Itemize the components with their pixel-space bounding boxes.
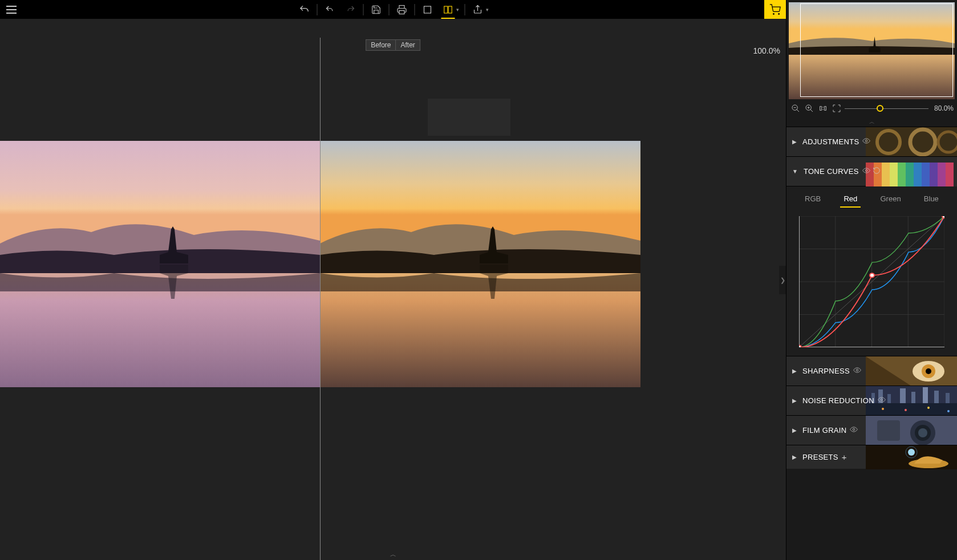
overlay-box — [428, 99, 510, 136]
single-view-button[interactable] — [417, 0, 438, 19]
svg-rect-2 — [444, 6, 448, 13]
svg-rect-39 — [938, 163, 946, 186]
after-image — [320, 141, 640, 387]
expand-arrow-icon: ▶ — [792, 397, 797, 404]
navigator-preview[interactable] — [786, 0, 957, 102]
svg-rect-68 — [923, 387, 928, 403]
visibility-icon[interactable] — [862, 137, 870, 147]
panel-noise-reduction[interactable]: ▶ NOISE REDUCTION — [786, 385, 957, 415]
zoom-out-icon[interactable] — [790, 103, 801, 114]
panel-presets[interactable]: ▶ PRESETS + — [786, 445, 957, 469]
separator — [317, 4, 318, 15]
zoom-slider[interactable] — [845, 104, 928, 113]
save-button[interactable] — [366, 0, 387, 19]
svg-rect-65 — [887, 394, 891, 403]
undo-button[interactable] — [320, 0, 340, 19]
undo-all-button[interactable] — [294, 0, 315, 19]
svg-point-84 — [908, 449, 915, 456]
svg-point-28 — [866, 140, 868, 142]
panel-thumb-gears — [866, 127, 957, 157]
svg-rect-20 — [820, 107, 822, 111]
panel-label: NOISE REDUCTION — [802, 396, 874, 405]
svg-point-54 — [870, 273, 874, 277]
canvas-zoom-label: 100.0% — [753, 46, 780, 55]
collapse-arrow-icon: ▼ — [792, 168, 798, 175]
sidebar: 80.0% ︿ ▶ ADJUSTMENTS ▼ TONE CURVES RGB … — [786, 0, 957, 560]
svg-point-81 — [853, 428, 855, 431]
compare-view-button[interactable] — [438, 0, 459, 19]
navigator-thumbnail — [789, 2, 955, 99]
svg-line-14 — [797, 109, 799, 112]
zoom-1to1-icon[interactable] — [817, 103, 829, 114]
svg-rect-40 — [946, 163, 954, 186]
expand-arrow-icon: ▶ — [792, 368, 797, 374]
svg-point-71 — [882, 408, 884, 410]
before-label: Before — [366, 39, 395, 51]
tone-curve-editor[interactable] — [799, 216, 944, 347]
svg-point-74 — [947, 410, 950, 412]
svg-rect-67 — [911, 392, 915, 403]
navigator-zoom-label: 80.0% — [934, 104, 954, 112]
svg-rect-69 — [934, 391, 939, 403]
svg-point-22 — [823, 109, 824, 110]
visibility-icon[interactable] — [862, 167, 870, 176]
curve-tab-rgb[interactable]: RGB — [804, 192, 822, 208]
bottom-panel-toggle[interactable]: ︿ — [390, 550, 396, 559]
navigator-zoom-controls: 80.0% — [786, 102, 957, 117]
curve-tab-blue[interactable]: Blue — [923, 192, 940, 208]
separator — [415, 4, 415, 15]
panel-adjustments[interactable]: ▶ ADJUSTMENTS — [786, 127, 957, 156]
svg-rect-23 — [825, 107, 826, 111]
curve-tab-green[interactable]: Green — [879, 192, 902, 208]
toolbar: ▾ ▾ — [0, 0, 786, 19]
reset-icon[interactable] — [873, 167, 881, 176]
compare-divider[interactable] — [320, 38, 321, 560]
svg-point-41 — [865, 169, 867, 172]
image-canvas[interactable]: Before After 100.0% — [0, 19, 786, 560]
svg-rect-66 — [900, 388, 906, 403]
tone-curves-content: RGB Red Green Blue — [786, 186, 957, 356]
add-preset-icon[interactable]: + — [842, 452, 847, 462]
panel-label: FILM GRAIN — [802, 426, 846, 435]
svg-rect-80 — [877, 420, 900, 441]
panel-label: PRESETS — [802, 453, 838, 461]
visibility-icon[interactable] — [853, 366, 861, 376]
svg-point-60 — [856, 369, 858, 371]
panel-thumb-camera — [866, 416, 957, 445]
panels-scroll-up[interactable]: ︿ — [786, 117, 957, 127]
panel-thumb-lamp — [866, 445, 957, 469]
svg-rect-33 — [890, 163, 898, 186]
svg-rect-1 — [424, 6, 431, 13]
svg-rect-38 — [930, 163, 938, 186]
panel-thumb-eye — [866, 356, 957, 386]
separator — [389, 4, 390, 15]
svg-rect-35 — [906, 163, 914, 186]
zoom-fit-icon[interactable] — [831, 103, 842, 114]
svg-point-21 — [823, 107, 824, 108]
panel-label: SHARPNESS — [802, 367, 850, 375]
before-image — [0, 141, 320, 387]
cart-button[interactable] — [764, 0, 786, 19]
zoom-in-icon[interactable] — [804, 103, 815, 114]
panel-tone-curves[interactable]: ▼ TONE CURVES — [786, 156, 957, 186]
separator — [363, 4, 364, 15]
svg-point-73 — [927, 407, 930, 409]
panel-sharpness[interactable]: ▶ SHARPNESS — [786, 356, 957, 385]
svg-point-75 — [881, 399, 883, 401]
curve-tab-red[interactable]: Red — [842, 192, 858, 208]
panel-film-grain[interactable]: ▶ FILM GRAIN — [786, 415, 957, 445]
svg-rect-34 — [898, 163, 906, 186]
expand-arrow-icon: ▶ — [792, 454, 797, 460]
redo-button[interactable] — [340, 0, 361, 19]
separator — [465, 4, 465, 15]
visibility-icon[interactable] — [850, 425, 858, 435]
expand-arrow-icon: ▶ — [792, 139, 797, 145]
svg-point-5 — [773, 13, 774, 14]
hamburger-icon — [6, 6, 17, 14]
svg-rect-32 — [882, 163, 890, 186]
sidebar-collapse-handle[interactable]: ❯ — [779, 266, 786, 294]
share-button[interactable] — [468, 0, 488, 19]
visibility-icon[interactable] — [878, 396, 886, 405]
menu-button[interactable] — [0, 0, 23, 19]
print-button[interactable] — [392, 0, 412, 19]
